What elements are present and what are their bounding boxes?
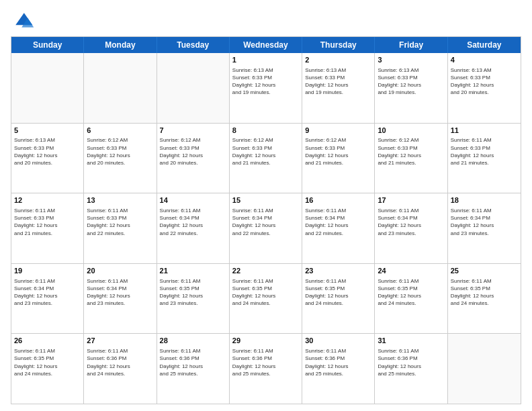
day-number: 27 <box>87 336 153 346</box>
cell-info: Sunrise: 6:12 AM Sunset: 6:33 PM Dayligh… <box>378 136 444 167</box>
calendar-cell: 17Sunrise: 6:11 AM Sunset: 6:34 PM Dayli… <box>375 193 447 263</box>
day-number: 15 <box>232 195 299 205</box>
calendar-cell: 3Sunrise: 6:13 AM Sunset: 6:33 PM Daylig… <box>375 53 447 123</box>
day-number: 6 <box>87 126 153 136</box>
cell-info: Sunrise: 6:11 AM Sunset: 6:33 PM Dayligh… <box>14 207 81 237</box>
calendar-row-4: 19Sunrise: 6:11 AM Sunset: 6:34 PM Dayli… <box>11 264 521 334</box>
calendar-row-5: 26Sunrise: 6:11 AM Sunset: 6:35 PM Dayli… <box>11 334 521 404</box>
day-number: 13 <box>87 195 153 205</box>
calendar-cell <box>157 53 230 123</box>
day-number: 19 <box>14 266 81 276</box>
day-number: 24 <box>378 266 444 276</box>
calendar-row-2: 5Sunrise: 6:13 AM Sunset: 6:33 PM Daylig… <box>11 124 521 194</box>
cell-info: Sunrise: 6:11 AM Sunset: 6:35 PM Dayligh… <box>305 277 371 308</box>
cell-info: Sunrise: 6:11 AM Sunset: 6:36 PM Dayligh… <box>87 347 153 377</box>
cell-info: Sunrise: 6:11 AM Sunset: 6:34 PM Dayligh… <box>87 277 153 308</box>
calendar-cell <box>11 53 84 123</box>
calendar-cell: 8Sunrise: 6:12 AM Sunset: 6:33 PM Daylig… <box>230 124 302 193</box>
header-day-wednesday: Wednesday <box>230 37 302 53</box>
day-number: 10 <box>378 126 444 136</box>
calendar-cell: 13Sunrise: 6:11 AM Sunset: 6:33 PM Dayli… <box>84 193 157 263</box>
header <box>11 8 521 32</box>
calendar-row-1: 1Sunrise: 6:13 AM Sunset: 6:33 PM Daylig… <box>11 53 521 124</box>
day-number: 23 <box>305 266 371 276</box>
calendar-cell <box>448 334 521 404</box>
calendar-cell: 30Sunrise: 6:11 AM Sunset: 6:36 PM Dayli… <box>302 334 375 404</box>
cell-info: Sunrise: 6:11 AM Sunset: 6:34 PM Dayligh… <box>232 207 299 237</box>
calendar-row-3: 12Sunrise: 6:11 AM Sunset: 6:33 PM Dayli… <box>11 193 521 264</box>
cell-info: Sunrise: 6:11 AM Sunset: 6:34 PM Dayligh… <box>14 277 81 308</box>
cell-info: Sunrise: 6:11 AM Sunset: 6:34 PM Dayligh… <box>160 207 226 237</box>
calendar-cell: 14Sunrise: 6:11 AM Sunset: 6:34 PM Dayli… <box>157 193 230 263</box>
cell-info: Sunrise: 6:11 AM Sunset: 6:36 PM Dayligh… <box>160 347 226 377</box>
cell-info: Sunrise: 6:13 AM Sunset: 6:33 PM Dayligh… <box>232 66 299 97</box>
calendar-cell: 7Sunrise: 6:12 AM Sunset: 6:33 PM Daylig… <box>157 124 230 193</box>
header-day-tuesday: Tuesday <box>157 37 230 53</box>
logo-icon <box>11 8 35 32</box>
calendar-cell: 19Sunrise: 6:11 AM Sunset: 6:34 PM Dayli… <box>11 264 84 334</box>
calendar-cell: 16Sunrise: 6:11 AM Sunset: 6:34 PM Dayli… <box>302 193 375 263</box>
calendar-cell: 2Sunrise: 6:13 AM Sunset: 6:33 PM Daylig… <box>302 53 375 123</box>
cell-info: Sunrise: 6:13 AM Sunset: 6:33 PM Dayligh… <box>14 136 81 167</box>
day-number: 31 <box>378 336 444 346</box>
calendar-cell: 24Sunrise: 6:11 AM Sunset: 6:35 PM Dayli… <box>375 264 447 334</box>
day-number: 28 <box>160 336 226 346</box>
cell-info: Sunrise: 6:11 AM Sunset: 6:35 PM Dayligh… <box>160 277 226 308</box>
day-number: 26 <box>14 336 81 346</box>
calendar-cell: 6Sunrise: 6:12 AM Sunset: 6:33 PM Daylig… <box>84 124 157 193</box>
calendar-cell: 28Sunrise: 6:11 AM Sunset: 6:36 PM Dayli… <box>157 334 230 404</box>
calendar-cell: 9Sunrise: 6:12 AM Sunset: 6:33 PM Daylig… <box>302 124 375 193</box>
calendar-cell: 21Sunrise: 6:11 AM Sunset: 6:35 PM Dayli… <box>157 264 230 334</box>
cell-info: Sunrise: 6:12 AM Sunset: 6:33 PM Dayligh… <box>87 136 153 167</box>
logo <box>11 8 38 32</box>
cell-info: Sunrise: 6:13 AM Sunset: 6:33 PM Dayligh… <box>305 66 371 97</box>
header-day-friday: Friday <box>375 37 447 53</box>
header-day-monday: Monday <box>84 37 157 53</box>
calendar-cell <box>84 53 157 123</box>
day-number: 16 <box>305 195 371 205</box>
day-number: 2 <box>305 55 371 65</box>
calendar-cell: 26Sunrise: 6:11 AM Sunset: 6:35 PM Dayli… <box>11 334 84 404</box>
header-day-saturday: Saturday <box>448 37 521 53</box>
cell-info: Sunrise: 6:11 AM Sunset: 6:36 PM Dayligh… <box>305 347 371 377</box>
calendar-cell: 20Sunrise: 6:11 AM Sunset: 6:34 PM Dayli… <box>84 264 157 334</box>
cell-info: Sunrise: 6:11 AM Sunset: 6:36 PM Dayligh… <box>378 347 444 377</box>
calendar-body: 1Sunrise: 6:13 AM Sunset: 6:33 PM Daylig… <box>11 53 521 404</box>
day-number: 7 <box>160 126 226 136</box>
day-number: 1 <box>232 55 299 65</box>
cell-info: Sunrise: 6:11 AM Sunset: 6:35 PM Dayligh… <box>232 277 299 308</box>
cell-info: Sunrise: 6:12 AM Sunset: 6:33 PM Dayligh… <box>305 136 371 167</box>
cell-info: Sunrise: 6:13 AM Sunset: 6:33 PM Dayligh… <box>451 66 518 97</box>
calendar-cell: 15Sunrise: 6:11 AM Sunset: 6:34 PM Dayli… <box>230 193 302 263</box>
cell-info: Sunrise: 6:12 AM Sunset: 6:33 PM Dayligh… <box>160 136 226 167</box>
page: SundayMondayTuesdayWednesdayThursdayFrid… <box>0 0 532 411</box>
day-number: 18 <box>451 195 518 205</box>
day-number: 11 <box>451 126 518 136</box>
calendar-cell: 11Sunrise: 6:11 AM Sunset: 6:33 PM Dayli… <box>448 124 521 193</box>
day-number: 14 <box>160 195 226 205</box>
calendar: SundayMondayTuesdayWednesdayThursdayFrid… <box>11 36 521 404</box>
day-number: 22 <box>232 266 299 276</box>
day-number: 17 <box>378 195 444 205</box>
day-number: 4 <box>451 55 518 65</box>
day-number: 20 <box>87 266 153 276</box>
calendar-cell: 31Sunrise: 6:11 AM Sunset: 6:36 PM Dayli… <box>375 334 447 404</box>
cell-info: Sunrise: 6:11 AM Sunset: 6:35 PM Dayligh… <box>14 347 81 377</box>
calendar-cell: 29Sunrise: 6:11 AM Sunset: 6:36 PM Dayli… <box>230 334 302 404</box>
cell-info: Sunrise: 6:11 AM Sunset: 6:35 PM Dayligh… <box>378 277 444 308</box>
header-day-thursday: Thursday <box>302 37 375 53</box>
day-number: 30 <box>305 336 371 346</box>
cell-info: Sunrise: 6:11 AM Sunset: 6:34 PM Dayligh… <box>305 207 371 237</box>
calendar-cell: 5Sunrise: 6:13 AM Sunset: 6:33 PM Daylig… <box>11 124 84 193</box>
cell-info: Sunrise: 6:12 AM Sunset: 6:33 PM Dayligh… <box>232 136 299 167</box>
calendar-cell: 12Sunrise: 6:11 AM Sunset: 6:33 PM Dayli… <box>11 193 84 263</box>
calendar-cell: 23Sunrise: 6:11 AM Sunset: 6:35 PM Dayli… <box>302 264 375 334</box>
day-number: 3 <box>378 55 444 65</box>
calendar-header: SundayMondayTuesdayWednesdayThursdayFrid… <box>11 37 521 53</box>
day-number: 21 <box>160 266 226 276</box>
calendar-cell: 25Sunrise: 6:11 AM Sunset: 6:35 PM Dayli… <box>448 264 521 334</box>
calendar-cell: 27Sunrise: 6:11 AM Sunset: 6:36 PM Dayli… <box>84 334 157 404</box>
header-day-sunday: Sunday <box>11 37 84 53</box>
day-number: 12 <box>14 195 81 205</box>
calendar-cell: 22Sunrise: 6:11 AM Sunset: 6:35 PM Dayli… <box>230 264 302 334</box>
